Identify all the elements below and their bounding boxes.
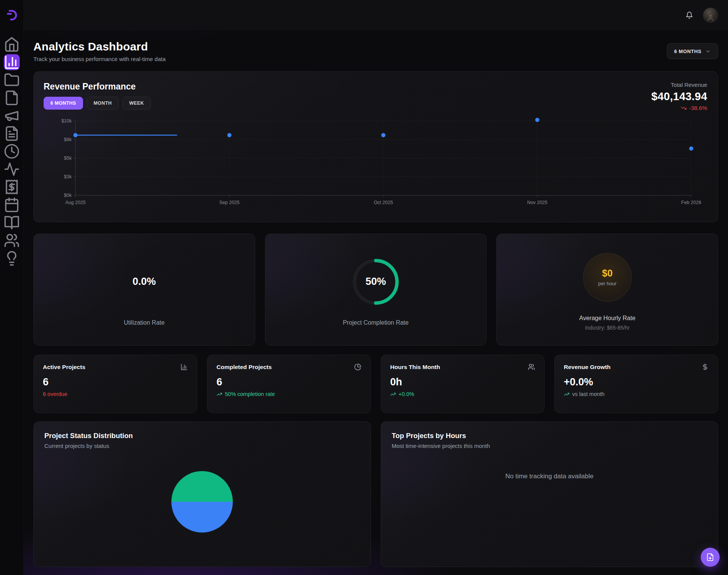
sidebar-item-book-open[interactable] bbox=[4, 215, 20, 231]
svg-text:Sep 2025: Sep 2025 bbox=[219, 200, 240, 205]
revenue-chart: $10k$8k$5k$3k$0kAug 2025Sep 2025Oct 2025… bbox=[44, 115, 708, 214]
kpi-card-hours-this-month: Hours This Month0h+0.0% bbox=[381, 355, 544, 413]
clock-icon bbox=[4, 143, 20, 159]
top-projects-card: Top Projects by Hours Most time-intensiv… bbox=[381, 421, 718, 567]
trending-down-icon bbox=[681, 105, 687, 111]
kpi-value: 6 bbox=[217, 376, 361, 388]
kpi-sub: 6 overdue bbox=[43, 391, 188, 397]
stats-row: 0.0% Utilization Rate 50% Project Comple… bbox=[33, 234, 718, 346]
date-range-label: 6 MONTHS bbox=[674, 49, 701, 54]
sidebar-item-bar-chart[interactable] bbox=[4, 54, 20, 70]
bar-chart-icon bbox=[4, 54, 20, 70]
svg-text:Aug 2025: Aug 2025 bbox=[65, 200, 86, 205]
top-projects-subtitle: Most time-intensive projects this month bbox=[392, 443, 707, 449]
sidebar-item-receipt[interactable] bbox=[4, 179, 20, 195]
kpi-value: 0h bbox=[390, 376, 535, 388]
top-projects-title: Top Projects by Hours bbox=[392, 432, 707, 440]
utilization-rate-card: 0.0% Utilization Rate bbox=[33, 234, 255, 346]
sidebar-item-clock[interactable] bbox=[4, 143, 20, 159]
lightbulb-icon bbox=[4, 250, 20, 266]
kpi-row: Active Projects66 overdueCompleted Proje… bbox=[33, 355, 718, 413]
status-card-title: Project Status Distribution bbox=[44, 432, 360, 440]
revenue-line-chart: $10k$8k$5k$3k$0kAug 2025Sep 2025Oct 2025… bbox=[44, 115, 708, 214]
svg-text:$10k: $10k bbox=[61, 118, 72, 124]
trending-down-icon bbox=[681, 105, 687, 111]
bell-icon bbox=[686, 11, 693, 19]
kpi-value: +0.0% bbox=[564, 376, 709, 388]
hourly-rate-unit: per hour bbox=[598, 281, 616, 286]
sidebar-item-folder[interactable] bbox=[4, 72, 20, 88]
utilization-label: Utilization Rate bbox=[124, 319, 165, 326]
user-icon bbox=[707, 14, 714, 21]
megaphone-icon bbox=[4, 108, 20, 124]
sidebar-item-megaphone[interactable] bbox=[4, 108, 20, 124]
completion-value: 50% bbox=[351, 253, 400, 310]
sidebar-item-home[interactable] bbox=[4, 36, 20, 52]
home-icon bbox=[4, 36, 20, 52]
hourly-rate-industry: Industry: $65-85/hr bbox=[585, 325, 630, 331]
sidebar-item-file[interactable] bbox=[4, 90, 20, 106]
create-document-fab[interactable] bbox=[701, 548, 720, 567]
kpi-label: Active Projects bbox=[43, 364, 85, 371]
main-content: Analytics Dashboard Track your business … bbox=[24, 0, 728, 567]
kpi-label: Completed Projects bbox=[217, 364, 272, 371]
revenue-change: -38.6% bbox=[651, 105, 707, 111]
user-icon bbox=[707, 11, 714, 19]
utilization-value: 0.0% bbox=[133, 276, 156, 288]
users-icon bbox=[528, 363, 535, 371]
total-revenue-label: Total Revenue bbox=[651, 82, 707, 88]
file-icon bbox=[4, 90, 20, 106]
page-subtitle: Track your business performance with rea… bbox=[33, 56, 166, 62]
kpi-label: Hours This Month bbox=[390, 364, 440, 371]
notifications-button[interactable] bbox=[686, 11, 693, 19]
app-logo-icon bbox=[6, 9, 18, 21]
calendar-icon bbox=[4, 197, 20, 213]
users-icon bbox=[4, 233, 20, 248]
bar-chart-icon bbox=[180, 363, 188, 371]
sidebar-item-users[interactable] bbox=[4, 233, 20, 248]
kpi-sub: +0.0% bbox=[390, 391, 535, 397]
chevron-down-icon bbox=[705, 49, 711, 54]
topbar bbox=[24, 0, 728, 30]
svg-text:$3k: $3k bbox=[64, 174, 72, 179]
sidebar bbox=[0, 0, 24, 575]
chevron-down-icon bbox=[705, 49, 711, 54]
kpi-label: Revenue Growth bbox=[564, 364, 610, 371]
total-revenue-value: $40,143.94 bbox=[651, 90, 707, 103]
receipt-icon bbox=[4, 179, 20, 195]
completion-rate-card: 50% Project Completion Rate bbox=[265, 234, 487, 346]
pie-chart-icon bbox=[354, 363, 361, 371]
folder-icon bbox=[4, 72, 20, 88]
file-plus-icon bbox=[706, 553, 714, 561]
kpi-value: 6 bbox=[43, 376, 188, 388]
sidebar-item-activity[interactable] bbox=[4, 161, 20, 177]
svg-text:$8k: $8k bbox=[64, 137, 72, 142]
date-range-selector[interactable]: 6 MONTHS bbox=[667, 43, 718, 59]
kpi-sub: vs last month bbox=[564, 391, 709, 397]
revenue-tab-month[interactable]: MONTH bbox=[87, 97, 119, 110]
revenue-tab-week[interactable]: WEEK bbox=[122, 97, 151, 110]
hourly-rate-label: Average Hourly Rate bbox=[579, 315, 635, 322]
svg-text:$5k: $5k bbox=[64, 156, 72, 161]
revenue-tab-6-months[interactable]: 6 MONTHS bbox=[44, 97, 83, 110]
project-status-pie-chart bbox=[171, 471, 233, 533]
svg-text:$0k: $0k bbox=[64, 193, 72, 198]
book-open-icon bbox=[4, 215, 20, 231]
file-plus-icon bbox=[706, 553, 714, 561]
hourly-rate-value: $0 bbox=[602, 268, 613, 279]
file-text-icon bbox=[4, 126, 20, 141]
activity-icon bbox=[4, 161, 20, 177]
dollar-sign-icon bbox=[701, 363, 709, 371]
bottom-row: Project Status Distribution Current proj… bbox=[33, 421, 718, 567]
user-avatar[interactable] bbox=[703, 8, 718, 23]
revenue-totals: Total Revenue $40,143.94 -38.6% bbox=[651, 82, 707, 111]
kpi-card-revenue-growth: Revenue Growth+0.0%vs last month bbox=[554, 355, 718, 413]
page-title: Analytics Dashboard bbox=[33, 40, 166, 53]
sidebar-item-calendar[interactable] bbox=[4, 197, 20, 213]
sidebar-item-file-text[interactable] bbox=[4, 126, 20, 141]
app-logo[interactable] bbox=[6, 0, 18, 30]
revenue-tabs: 6 MONTHSMONTHWEEK bbox=[44, 97, 708, 110]
sidebar-item-lightbulb[interactable] bbox=[4, 250, 20, 266]
revenue-performance-card: Revenue Performance 6 MONTHSMONTHWEEK To… bbox=[33, 71, 718, 222]
empty-state-message: No time tracking data available bbox=[392, 473, 707, 480]
